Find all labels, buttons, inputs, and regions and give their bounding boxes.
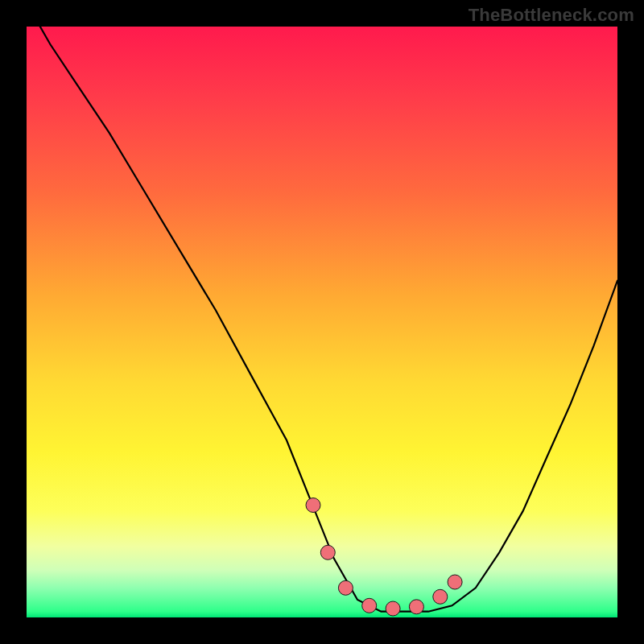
marker-point — [409, 600, 423, 614]
plot-area — [27, 27, 617, 617]
marker-point — [338, 580, 353, 595]
marker-point — [320, 545, 335, 559]
bottleneck-curve-path — [27, 27, 617, 612]
watermark-text: TheBottleneck.com — [469, 5, 634, 26]
marker-point — [433, 589, 448, 604]
marker-point — [306, 498, 320, 513]
marker-point — [448, 575, 462, 589]
highlight-markers — [306, 498, 462, 617]
chart-svg — [27, 27, 617, 617]
chart-frame: TheBottleneck.com — [0, 0, 644, 644]
marker-point — [362, 598, 377, 613]
marker-point — [386, 601, 400, 616]
